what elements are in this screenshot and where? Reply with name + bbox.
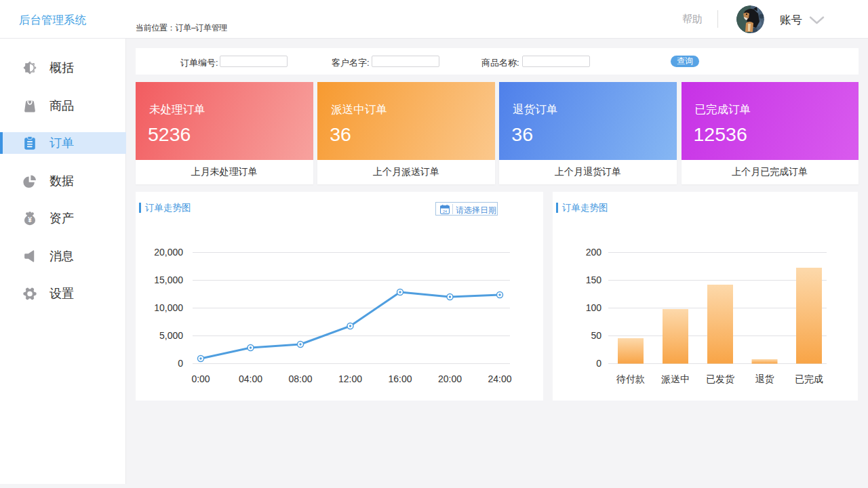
svg-text:已完成: 已完成 (795, 373, 823, 384)
svg-text:24:00: 24:00 (488, 373, 511, 384)
svg-text:08:00: 08:00 (288, 373, 312, 384)
svg-text:0:00: 0:00 (191, 373, 210, 384)
svg-text:退货: 退货 (755, 373, 774, 384)
svg-text:20:00: 20:00 (438, 373, 462, 384)
svg-text:0: 0 (178, 358, 183, 369)
svg-text:待付款: 待付款 (616, 373, 645, 384)
svg-text:0: 0 (596, 358, 601, 369)
svg-text:已发货: 已发货 (706, 373, 734, 384)
svg-text:150: 150 (586, 274, 602, 285)
svg-text:50: 50 (591, 330, 601, 341)
svg-text:5,000: 5,000 (159, 330, 183, 341)
svg-text:12:00: 12:00 (338, 373, 362, 384)
svg-text:20,000: 20,000 (154, 247, 183, 258)
svg-text:15,000: 15,000 (154, 274, 183, 285)
svg-text:派送中: 派送中 (661, 373, 690, 384)
svg-text:200: 200 (586, 247, 602, 258)
svg-text:¥: ¥ (28, 216, 32, 224)
svg-text:24: 24 (443, 209, 447, 214)
svg-text:16:00: 16:00 (388, 373, 412, 384)
svg-text:10,000: 10,000 (154, 302, 183, 313)
svg-text:100: 100 (586, 302, 602, 313)
svg-text:04:00: 04:00 (239, 373, 262, 384)
